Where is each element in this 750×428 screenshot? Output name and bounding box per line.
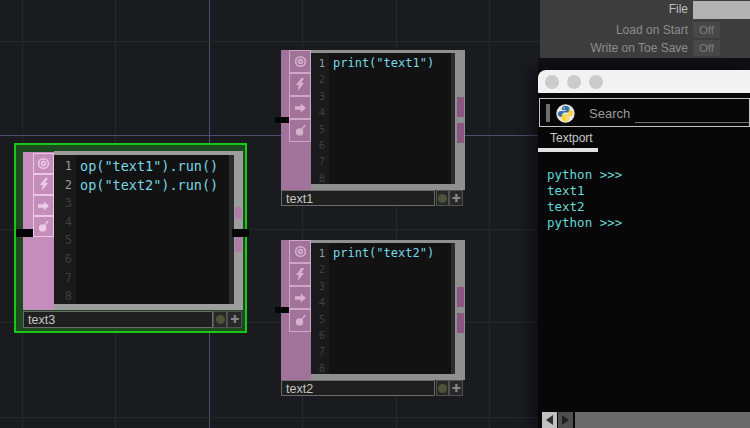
param-label-write-on-toe-save: Write on Toe Save <box>590 41 688 55</box>
node-name-field[interactable]: text1 <box>281 190 435 206</box>
console-line: python >>> <box>547 167 748 183</box>
code-gutter: 12345678 <box>311 243 329 374</box>
search-underline <box>635 122 749 123</box>
output-connector[interactable] <box>232 229 249 237</box>
node-frame-bottom <box>54 304 243 310</box>
input-connector[interactable] <box>275 307 289 313</box>
node-frame-right <box>455 50 465 184</box>
node-state-cell[interactable] <box>436 190 449 206</box>
viewer-toggle-icon[interactable] <box>289 50 311 73</box>
plus-icon: ✚ <box>451 193 460 204</box>
line-number: 6 <box>311 327 325 343</box>
node-frame-right <box>455 240 465 374</box>
line-number: 1 <box>311 55 325 71</box>
output-connector[interactable] <box>457 287 464 307</box>
node-expand-cell[interactable]: ✚ <box>449 380 463 396</box>
console-line: text2 <box>547 199 748 215</box>
code-viewer: print("text1") <box>329 53 451 184</box>
bypass-lightning-icon[interactable] <box>289 263 311 286</box>
run-arrow-icon[interactable] <box>289 96 311 119</box>
window-titlebar[interactable] <box>538 70 750 93</box>
node-name-field[interactable]: text3 <box>23 311 213 328</box>
output-connector[interactable] <box>457 123 464 143</box>
console-line: python >>> <box>547 215 748 231</box>
window-button[interactable] <box>545 75 559 89</box>
plus-icon: ✚ <box>230 314 239 325</box>
load-on-start-toggle[interactable]: Off <box>693 22 720 38</box>
node-state-dot <box>438 384 447 393</box>
triangle-right-icon <box>562 415 569 425</box>
code-line: op("text1").run() <box>80 157 229 176</box>
line-number: 6 <box>54 250 72 269</box>
line-number: 1 <box>311 245 325 261</box>
plus-icon: ✚ <box>451 383 460 394</box>
node-state-cell[interactable] <box>436 380 449 396</box>
tab-textport[interactable]: Textport <box>550 131 593 145</box>
param-label-load-on-start: Load on Start <box>616 23 688 37</box>
search-input[interactable]: Search <box>589 106 630 121</box>
viewer-toggle-icon[interactable] <box>33 153 54 174</box>
python-logo-icon <box>555 103 576 128</box>
node-name-field[interactable]: text2 <box>281 380 435 396</box>
search-bar[interactable]: Search <box>539 98 750 127</box>
file-path-field[interactable] <box>693 1 750 19</box>
code-gutter: 12345678 <box>311 53 329 184</box>
code-line: print("text1") <box>333 55 451 71</box>
bypass-lightning-icon[interactable] <box>33 174 54 195</box>
bomb-icon[interactable] <box>289 309 311 332</box>
scroll-right-button[interactable] <box>558 412 573 428</box>
textport-console[interactable]: python >>>text1text2python >>> <box>547 167 748 408</box>
bomb-icon[interactable] <box>289 119 311 142</box>
drag-grip[interactable] <box>546 104 550 122</box>
grid-line <box>489 0 490 428</box>
input-connector[interactable] <box>16 229 33 237</box>
node-state-cell[interactable] <box>213 311 227 328</box>
write-on-toe-save-toggle[interactable]: Off <box>693 40 720 56</box>
input-connector-strip[interactable] <box>281 240 289 307</box>
node-text3[interactable]: 12345678 op("text1").run()op("text2").ru… <box>14 143 247 333</box>
bypass-lightning-icon[interactable] <box>289 73 311 96</box>
run-arrow-icon[interactable] <box>33 195 54 216</box>
input-connector-strip[interactable] <box>281 50 289 117</box>
line-number: 2 <box>311 261 325 277</box>
scroll-left-button[interactable] <box>542 412 557 428</box>
line-number: 3 <box>311 278 325 294</box>
node-expand-cell[interactable]: ✚ <box>227 311 242 328</box>
window-button[interactable] <box>589 75 603 89</box>
input-connector-strip[interactable] <box>23 152 33 229</box>
line-number: 6 <box>311 137 325 153</box>
horizontal-scrollbar[interactable] <box>542 412 750 428</box>
input-connector[interactable] <box>275 117 289 123</box>
line-number: 8 <box>54 287 72 304</box>
textport-window[interactable]: Search Textport python >>>text1text2pyth… <box>538 70 750 428</box>
input-connector-strip[interactable] <box>281 123 289 190</box>
line-number: 7 <box>311 343 325 359</box>
input-connector-strip[interactable] <box>23 237 33 310</box>
input-connector-strip[interactable] <box>281 313 289 380</box>
output-connector[interactable] <box>457 97 464 117</box>
panel-gap <box>538 58 750 70</box>
line-number: 8 <box>311 360 325 374</box>
line-number: 5 <box>311 121 325 137</box>
param-label-file: File <box>669 2 688 16</box>
viewer-toggle-icon[interactable] <box>289 240 311 263</box>
code-gutter: 12345678 <box>54 155 76 304</box>
node-state-dot <box>216 315 225 324</box>
window-button[interactable] <box>567 75 581 89</box>
line-number: 4 <box>54 213 72 232</box>
node-text1[interactable]: 12345678 print("text1") text1 ✚ <box>275 50 465 207</box>
line-number: 7 <box>311 153 325 169</box>
bomb-icon[interactable] <box>33 216 54 237</box>
code-line: op("text2").run() <box>80 176 229 195</box>
line-number: 1 <box>54 157 72 176</box>
output-connector[interactable] <box>235 207 242 219</box>
parameter-dialog: File Load on Start Off Write on Toe Save… <box>540 0 750 58</box>
code-line: print("text2") <box>333 245 451 261</box>
output-connector[interactable] <box>457 313 464 333</box>
node-expand-cell[interactable]: ✚ <box>449 190 463 206</box>
node-frame-right <box>234 151 243 304</box>
scrollbar-track[interactable] <box>575 412 750 428</box>
output-connector[interactable] <box>235 237 242 252</box>
run-arrow-icon[interactable] <box>289 286 311 309</box>
node-text2[interactable]: 12345678 print("text2") text2 ✚ <box>275 240 465 397</box>
